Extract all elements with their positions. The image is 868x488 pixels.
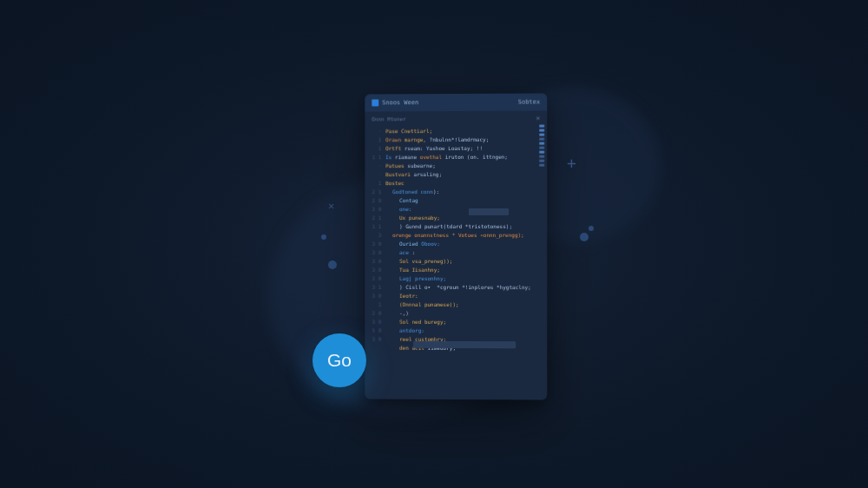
line-number: 1 [365, 179, 381, 188]
highlight-bar [413, 341, 516, 348]
line-number: 2 0 [365, 309, 381, 318]
code-content[interactable]: Pase Cnettiarl;Orawn marnge, ?nbulnn*!la… [384, 126, 547, 398]
code-line: Contag [385, 196, 543, 205]
line-number: 2 0 [365, 196, 381, 205]
titlebar: Snoos Ween Sobtex [365, 93, 547, 111]
code-line: Lagj presonhny; [385, 274, 543, 283]
line-gutter: ·111 1··12 12 02 02 11 133 03 03 03 02 0… [365, 126, 384, 396]
line-number: 2 1 [365, 214, 381, 222]
code-line: ace : [385, 248, 543, 257]
plus-icon[interactable]: + [567, 154, 576, 172]
line-number: 2 1 [365, 188, 381, 196]
line-number: 3 0 [365, 257, 381, 266]
line-number: 3 0 [365, 266, 381, 274]
code-line: one: [385, 205, 543, 214]
tab-bar: Onnn Mtoner ✕ [365, 111, 547, 127]
code-line: orenge onannstness * Votues «onnn_prengg… [385, 231, 543, 240]
line-number: 3 0 [365, 240, 381, 248]
minimap-scrollbar[interactable] [539, 125, 544, 393]
line-number: 3 0 [365, 335, 381, 344]
code-line: Bustvari arsaling; [385, 170, 543, 179]
line-number: 3 [365, 231, 381, 240]
go-language-badge: Go [312, 333, 366, 387]
window-right-label: Sobtex [518, 99, 540, 106]
line-number: · [365, 162, 381, 170]
line-number: 1 [365, 300, 381, 309]
highlight-bar [469, 208, 509, 215]
code-line: (Onnnal punamese)); [385, 300, 543, 309]
line-number: · [365, 127, 381, 135]
tab-label[interactable]: Onnn Mtoner [372, 115, 406, 122]
code-line: Ouried Oboov: [385, 240, 543, 248]
code-line: Ieotr: [385, 292, 543, 300]
app-icon [372, 99, 378, 106]
line-number: 1 1 [365, 222, 381, 231]
decorative-dot [328, 260, 337, 269]
line-number: 2 0 [365, 274, 381, 283]
code-line: Tua Iisanhny; [385, 266, 543, 274]
code-line: Bostec [385, 179, 543, 188]
code-line: Ortft rseam: Yashoe Loastay; !! [385, 144, 543, 154]
line-number: 3 1 [365, 283, 381, 292]
decorative-dot [589, 226, 594, 231]
line-number: 2 0 [365, 205, 381, 214]
line-number: 3 0 [365, 292, 381, 300]
close-icon[interactable]: ✕ [328, 200, 334, 212]
code-line: antdorg: [385, 326, 543, 336]
decorative-dot [321, 234, 326, 240]
window-title: Snoos Ween [382, 99, 515, 107]
line-number: 1 [365, 135, 381, 144]
line-number: 3 0 [365, 318, 381, 326]
code-line: -,) [385, 309, 543, 318]
code-line: Godtoned conn): [385, 188, 543, 196]
line-number: 5 0 [365, 326, 381, 335]
code-line: Orawn marnge, ?nbulnn*!lamdrmacy; [385, 135, 543, 145]
code-line: Ux punesnaby; [385, 214, 543, 222]
code-line: Pase Cnettiarl; [385, 127, 543, 136]
line-number: 1 1 [365, 153, 381, 162]
editor-window: Snoos Ween Sobtex Onnn Mtoner ✕ ·111 1··… [365, 93, 547, 399]
go-badge-label: Go [327, 350, 352, 371]
code-line: ) Cisll o• *cgroun *!inplores *hygtaclny… [385, 283, 543, 292]
code-line: Is riamane ovethal iruton (on. ittngen; [385, 153, 543, 162]
code-line: Sol vsa_preneg)); [385, 257, 543, 266]
close-icon[interactable]: ✕ [536, 115, 540, 122]
code-area: ·111 1··12 12 02 02 11 133 03 03 03 02 0… [365, 126, 547, 398]
decorative-dot [580, 233, 589, 241]
code-line: Patues subearne; [385, 162, 543, 170]
line-number: 1 [365, 144, 381, 153]
code-line: ) Gunnd punart(tdard *tristotoness); [385, 222, 543, 231]
code-line: Sol ned buregy; [385, 318, 543, 326]
line-number: 3 0 [365, 248, 381, 257]
line-number: · [365, 170, 381, 179]
